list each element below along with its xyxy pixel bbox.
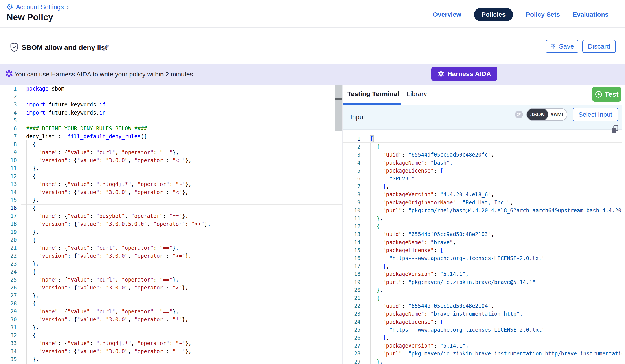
toggle-option-yaml[interactable]: YAML [548, 109, 567, 120]
code-line: 25 "https---www.apache.org-licenses-LICE… [343, 326, 622, 334]
code-line: 5 "packageLicense": [ [343, 167, 622, 175]
code-line: 23 "packageName": "brave-instrumentation… [343, 310, 622, 318]
line-number: 14 [0, 188, 17, 196]
line-number: 22 [343, 302, 360, 310]
line-number: 1 [0, 85, 17, 93]
code-text: "version": {"value": "3.0.0", "operator"… [26, 252, 191, 260]
input-label: Input [350, 105, 365, 129]
right-scroll-gutter[interactable] [622, 85, 625, 364]
code-text: "version": {"value": "3.0.0,5.0.0", "ope… [26, 220, 211, 228]
toggle-option-json[interactable]: JSON [527, 109, 548, 120]
code-line: 22 "version": {"value": "3.0.0", "operat… [0, 252, 343, 260]
breadcrumb-link-account-settings[interactable]: Account Settings [16, 3, 64, 11]
chevron-right-icon: › [66, 3, 69, 11]
line-number: 16 [0, 204, 17, 212]
code-line: 11 }, [343, 215, 622, 223]
code-text: }, [26, 324, 39, 332]
tab-library[interactable]: Library [407, 90, 427, 98]
code-line: 15 "packageLicense": [ [343, 246, 622, 254]
input-json-editor[interactable]: 1[2 {3 "uuid": "65544df05cc9ad50c48e20fc… [343, 130, 622, 364]
code-text: }, [26, 260, 39, 268]
code-line: 8 "packageVersion": "4.4.20-4.el8_6", [343, 191, 622, 198]
code-text: "name": {"value": ".*log4j.*", "operator… [26, 339, 191, 347]
line-number: 11 [343, 215, 360, 223]
line-number: 26 [0, 284, 17, 292]
editor-scrollbar[interactable] [335, 85, 342, 131]
aida-banner-message: You can use Harness AIDA to write your p… [15, 64, 193, 85]
line-number: 23 [0, 260, 17, 268]
code-text: "name": {"value": "curl", "operator": "=… [26, 149, 179, 157]
code-text: ], [370, 334, 389, 342]
line-number: 30 [0, 316, 17, 324]
edit-pencil-icon[interactable] [102, 44, 110, 53]
nav-item-policies[interactable]: Policies [474, 8, 513, 21]
code-text: import future.keywords.in [26, 109, 106, 117]
save-button[interactable]: Save [546, 40, 578, 53]
code-line: 17 "name": {"value": "busybot", "operato… [0, 212, 343, 220]
code-text: "packageName": "brave-instrumentation-ht… [370, 310, 523, 318]
gear-icon: ⚙ [6, 3, 13, 11]
select-input-button[interactable]: Select Input [573, 108, 618, 121]
discard-button[interactable]: Discard [582, 40, 616, 53]
git-branch-icon[interactable] [515, 111, 523, 118]
code-text: "version": {"value": "3.0.0", "operator"… [26, 157, 191, 165]
breadcrumb: ⚙ Account Settings › [6, 2, 69, 12]
line-number: 17 [343, 262, 360, 270]
line-number: 13 [343, 230, 360, 238]
code-line: 12 { [0, 172, 343, 180]
code-text: ], [370, 183, 389, 191]
line-number: 33 [0, 339, 17, 347]
line-number: 18 [0, 220, 17, 228]
shield-check-icon [10, 42, 19, 53]
code-text: { [26, 204, 36, 212]
code-line: 1[ [343, 135, 622, 143]
code-text: "uuid": "65544df05cc9ad50c48e2104", [370, 302, 494, 310]
code-text: "packageLicense": [ [370, 246, 443, 254]
code-text: [ [370, 135, 373, 143]
play-circle-icon [595, 90, 602, 98]
code-line: 12 { [343, 223, 622, 230]
line-number: 19 [343, 278, 360, 286]
code-line: 8 { [0, 140, 343, 148]
code-line: 29 }, [343, 358, 622, 364]
code-text: }, [26, 228, 39, 236]
code-text: }, [26, 196, 39, 204]
code-text: { [26, 332, 36, 339]
line-number: 19 [0, 228, 17, 236]
code-text: { [26, 268, 36, 276]
code-text: "name": {"value": "curl", "operator": "=… [26, 244, 179, 252]
code-text: #### DEFINE YOUR DENY RULES BELOW #### [26, 125, 147, 133]
code-line: 3import future.keywords.if [0, 101, 343, 109]
code-text: { [26, 140, 36, 148]
policy-code-editor[interactable]: 1package sbom23import future.keywords.if… [0, 85, 343, 364]
code-text: "version": {"value": "3.0.0", "operator"… [26, 284, 188, 292]
code-text: "GPLv3-" [370, 175, 415, 183]
harness-aida-button[interactable]: Harness AIDA [431, 67, 497, 81]
line-number: 10 [0, 157, 17, 165]
code-text: "https---www.apache.org-licenses-LICENSE… [370, 254, 545, 262]
line-number: 31 [0, 324, 17, 332]
nav-item-policy-sets[interactable]: Policy Sets [526, 11, 560, 18]
line-number: 11 [0, 165, 17, 172]
code-line: 21 { [343, 294, 622, 302]
save-label: Save [559, 43, 574, 50]
test-button[interactable]: Test [592, 87, 622, 102]
line-number: 21 [343, 294, 360, 302]
nav-item-overview[interactable]: Overview [433, 11, 461, 18]
editor-scrollbar-marker [335, 98, 342, 100]
upload-icon [550, 43, 556, 50]
line-number: 6 [0, 125, 17, 133]
tab-testing-terminal[interactable]: Testing Terminal [347, 90, 399, 98]
code-line: 10 "version": {"value": "3.0.0", "operat… [0, 157, 343, 165]
line-number: 10 [343, 207, 360, 215]
code-text: "name": {"value": "curl", "operator": "=… [26, 308, 179, 316]
copy-icon[interactable] [610, 124, 619, 135]
discard-label: Discard [588, 43, 610, 50]
code-line: 20 { [0, 236, 343, 244]
nav-item-evaluations[interactable]: Evaluations [573, 11, 608, 18]
aida-flower-icon [438, 71, 444, 77]
format-toggle[interactable]: JSONYAML [526, 108, 567, 121]
code-text: "name": {"value": ".*log4j.*", "operator… [26, 180, 191, 188]
code-line: 21 "name": {"value": "curl", "operator":… [0, 244, 343, 252]
line-number: 8 [343, 191, 360, 198]
